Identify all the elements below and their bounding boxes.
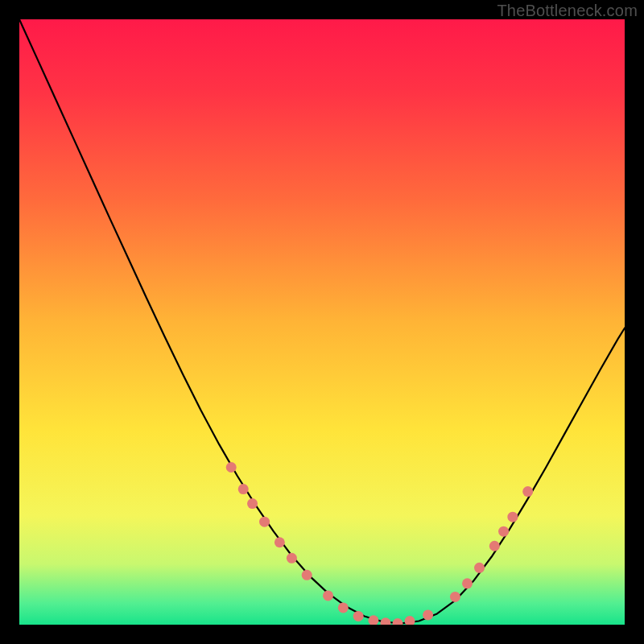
marker-dot [259,517,270,527]
marker-dot [353,611,364,621]
marker-dot [275,537,285,547]
marker-dot [323,590,333,601]
marker-dot [498,526,509,537]
marker-dot [338,602,349,613]
marker-dot [302,570,312,580]
marker-dot [247,498,258,509]
bottleneck-chart [19,19,625,625]
marker-dot [474,563,485,573]
marker-dot [226,462,237,473]
marker-dot [507,512,518,522]
marker-dot [462,578,473,588]
marker-dot [238,484,249,494]
marker-dot [489,541,500,551]
marker-dot [423,609,433,620]
marker-dot [450,592,460,602]
watermark-text: TheBottleneck.com [497,2,638,20]
chart-frame [19,19,625,625]
gradient-background [19,19,625,625]
marker-dot [287,553,297,564]
marker-dot [522,486,533,497]
